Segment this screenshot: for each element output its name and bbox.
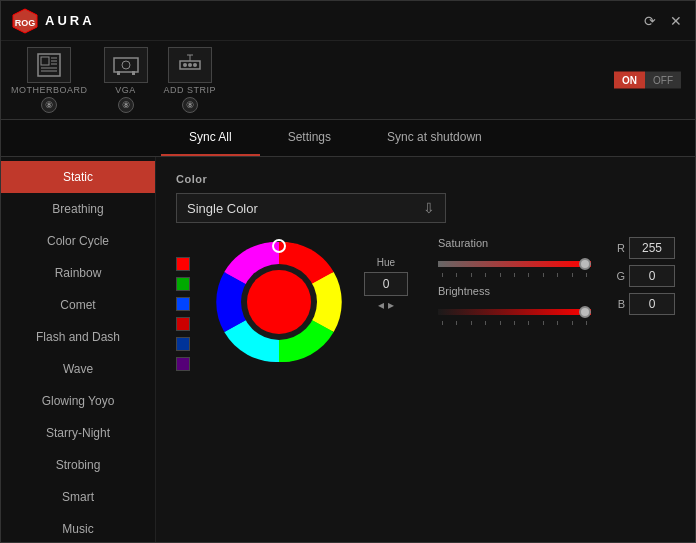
b-input[interactable] xyxy=(629,293,675,315)
sidebar-item-comet[interactable]: Comet xyxy=(1,289,155,321)
r-input[interactable] xyxy=(629,237,675,259)
tick xyxy=(442,321,443,325)
tick xyxy=(572,273,573,277)
devices-row: MOTHERBOARD ⑧ VGA ⑧ ADD STRIP xyxy=(1,41,695,120)
tick xyxy=(485,321,486,325)
vga-icon xyxy=(112,51,140,79)
motherboard-num: ⑧ xyxy=(41,97,57,113)
sidebar-item-static[interactable]: Static xyxy=(1,161,155,193)
sidebar-item-rainbow[interactable]: Rainbow xyxy=(1,257,155,289)
sidebar-item-breathing[interactable]: Breathing xyxy=(1,193,155,225)
swatch-purple[interactable] xyxy=(176,357,190,371)
brightness-slider[interactable] xyxy=(438,309,591,315)
sidebar-item-flash-and-dash[interactable]: Flash and Dash xyxy=(1,321,155,353)
sidebar-item-music[interactable]: Music xyxy=(1,513,155,543)
tick xyxy=(442,273,443,277)
tick xyxy=(471,321,472,325)
swatch-dark-blue[interactable] xyxy=(176,337,190,351)
hue-down-arrow[interactable]: ◂ xyxy=(378,298,384,312)
svg-point-16 xyxy=(193,63,197,67)
swatch-red[interactable] xyxy=(176,257,190,271)
power-off-button[interactable]: OFF xyxy=(645,72,681,89)
tick xyxy=(456,273,457,277)
tick xyxy=(586,273,587,277)
tab-sync-at-shutdown[interactable]: Sync at shutdown xyxy=(359,120,510,156)
svg-point-10 xyxy=(122,61,130,69)
add-strip-icon-box xyxy=(168,47,212,83)
color-preset-dropdown[interactable]: Single Color ⇩ xyxy=(176,193,446,223)
sidebar-item-starry-night[interactable]: Starry-Night xyxy=(1,417,155,449)
svg-point-25 xyxy=(247,270,311,334)
tab-sync-all[interactable]: Sync All xyxy=(161,120,260,156)
sidebar-item-strobing[interactable]: Strobing xyxy=(1,449,155,481)
window-controls: ⟳ ✕ xyxy=(641,12,685,30)
tick xyxy=(456,321,457,325)
swatch-blue[interactable] xyxy=(176,297,190,311)
tick xyxy=(528,273,529,277)
sidebar: Static Breathing Color Cycle Rainbow Com… xyxy=(1,157,156,543)
app-title: AURA xyxy=(45,13,95,28)
device-motherboard[interactable]: MOTHERBOARD ⑧ xyxy=(11,47,88,113)
saturation-title: Saturation xyxy=(438,237,591,249)
add-strip-label: ADD STRIP xyxy=(164,85,217,95)
svg-point-14 xyxy=(183,63,187,67)
saturation-slider[interactable] xyxy=(438,261,591,267)
hue-input[interactable] xyxy=(364,272,408,296)
motherboard-label: MOTHERBOARD xyxy=(11,85,88,95)
restore-button[interactable]: ⟳ xyxy=(641,12,659,30)
rgb-row-r: R xyxy=(611,237,675,259)
tick xyxy=(514,321,515,325)
vga-icon-box xyxy=(104,47,148,83)
tab-settings[interactable]: Settings xyxy=(260,120,359,156)
svg-rect-3 xyxy=(41,57,49,65)
sidebar-item-smart[interactable]: Smart xyxy=(1,481,155,513)
tick xyxy=(528,321,529,325)
hue-control: Hue ◂ ▸ xyxy=(364,257,408,312)
svg-rect-11 xyxy=(117,71,120,75)
device-vga[interactable]: VGA ⑧ xyxy=(104,47,148,113)
titlebar: ROG AURA ⟳ ✕ xyxy=(1,1,695,41)
tick xyxy=(471,273,472,277)
tick xyxy=(500,321,501,325)
swatch-dark-red[interactable] xyxy=(176,317,190,331)
sidebar-item-glowing-yoyo[interactable]: Glowing Yoyo xyxy=(1,385,155,417)
power-toggle: ON OFF xyxy=(614,72,681,89)
color-controls: Hue ◂ ▸ Saturation xyxy=(176,237,675,371)
b-label: B xyxy=(611,298,625,310)
tick xyxy=(557,321,558,325)
tick xyxy=(485,273,486,277)
sidebar-item-color-cycle[interactable]: Color Cycle xyxy=(1,225,155,257)
add-strip-icon xyxy=(176,51,204,79)
hue-up-arrow[interactable]: ▸ xyxy=(388,298,394,312)
brightness-title: Brightness xyxy=(438,285,591,297)
tab-bar: Sync All Settings Sync at shutdown xyxy=(1,120,695,157)
swatch-green[interactable] xyxy=(176,277,190,291)
rgb-row-g: G xyxy=(611,265,675,287)
vga-label: VGA xyxy=(115,85,136,95)
content-area: Color Single Color ⇩ xyxy=(156,157,695,543)
r-label: R xyxy=(611,242,625,254)
tick xyxy=(572,321,573,325)
power-on-button[interactable]: ON xyxy=(614,72,645,89)
main-layout: Static Breathing Color Cycle Rainbow Com… xyxy=(1,157,695,543)
brightness-ticks xyxy=(438,321,591,325)
svg-text:ROG: ROG xyxy=(15,18,36,28)
color-wheel-container[interactable] xyxy=(214,237,344,367)
tick xyxy=(557,273,558,277)
sliders-rgb-wrapper: Saturation xyxy=(438,237,675,333)
svg-point-15 xyxy=(188,63,192,67)
g-input[interactable] xyxy=(629,265,675,287)
g-label: G xyxy=(611,270,625,282)
tick xyxy=(514,273,515,277)
tick xyxy=(500,273,501,277)
close-button[interactable]: ✕ xyxy=(667,12,685,30)
dropdown-arrow-icon: ⇩ xyxy=(423,200,435,216)
rog-icon: ROG xyxy=(11,7,39,35)
saturation-group: Saturation xyxy=(438,237,591,277)
sidebar-item-wave[interactable]: Wave xyxy=(1,353,155,385)
device-add-strip[interactable]: ADD STRIP ⑧ xyxy=(164,47,217,113)
rgb-row-b: B xyxy=(611,293,675,315)
saturation-ticks xyxy=(438,273,591,277)
color-preset-text: Single Color xyxy=(187,201,258,216)
motherboard-icon xyxy=(35,51,63,79)
